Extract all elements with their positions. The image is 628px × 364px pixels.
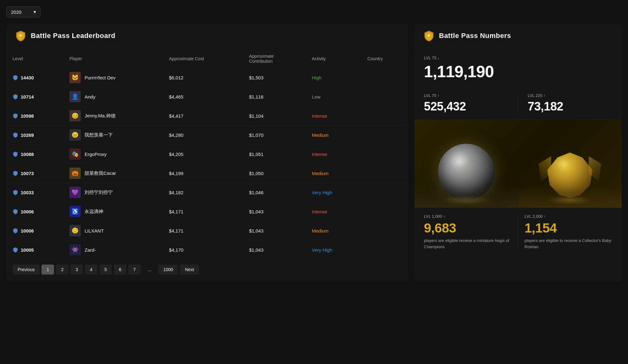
avatar: 👤	[69, 91, 81, 102]
contribution-cell: $1,051	[243, 145, 306, 164]
page-5-button[interactable]: 5	[99, 265, 112, 275]
stat-lvl75-section: LVL 75 ↓ 1,119,190	[414, 48, 622, 87]
stat-lvl225-value: 73,182	[528, 100, 613, 113]
avatar: 🎭	[69, 148, 81, 160]
player-name: Jenny.Ma.帅德	[84, 113, 115, 119]
stat-lvl75a-block: LVL 75 ↑ 525,432	[424, 93, 509, 113]
level-cell: 10073	[6, 164, 63, 183]
table-row: 10073 🎃 甜菜救我Cacar $4,199 $1,050 Medium	[6, 164, 408, 183]
level-shield-icon	[13, 151, 18, 157]
leaderboard-title: Battle Pass Leaderboard	[31, 32, 115, 40]
col-contribution: ApproximateContribution	[243, 48, 306, 68]
level-cell: 10006	[6, 221, 63, 240]
stat-lvl1000-desc: players are eligible receive a miniature…	[424, 238, 512, 250]
player-cell: ♿ 永远滴神	[63, 202, 163, 221]
activity-cell: Intense	[306, 202, 361, 221]
stat-lvl225-label: LVL 225 ↑	[528, 93, 613, 98]
player-name: ErgoProxy	[84, 152, 106, 157]
cost-cell: $4,171	[163, 202, 243, 221]
level-cell: 10714	[6, 87, 63, 106]
level-cell: 14430	[6, 68, 63, 87]
page-6-button[interactable]: 6	[114, 265, 126, 275]
next-button[interactable]: Next	[180, 265, 199, 275]
page-ellipsis: ...	[143, 265, 156, 275]
cost-cell: $4,417	[163, 106, 243, 126]
numbers-visual	[414, 120, 622, 208]
activity-cell: High	[306, 68, 361, 87]
player-name: Purrrrrfect Dev	[84, 75, 115, 80]
activity-cell: Intense	[306, 145, 361, 164]
page-1-button[interactable]: 1	[41, 265, 54, 275]
table-row: 10033 💜 刘些宁刘些宁 $4,182 $1,046 Very High	[6, 183, 408, 202]
stat-mid-section: LVL 75 ↑ 525,432 LVL 225 ↑ 73,182	[414, 87, 622, 120]
prev-button[interactable]: Previous	[13, 265, 40, 275]
page-3-button[interactable]: 3	[70, 265, 83, 275]
col-cost: Approximate Cost	[163, 48, 243, 68]
avatar: 😊	[69, 110, 81, 121]
main-layout: Battle Pass Leaderboard Level Player App…	[6, 24, 622, 282]
contribution-cell: $1,043	[243, 202, 306, 221]
activity-cell: Intense	[306, 106, 361, 126]
player-cell: 😐 我想羡慕一下	[63, 126, 163, 145]
page-7-button[interactable]: 7	[128, 265, 141, 275]
avatar: 🐱	[69, 72, 81, 83]
avatar: 😐	[69, 129, 81, 141]
level-cell: 10005	[6, 240, 63, 260]
country-cell	[361, 183, 408, 202]
stat-lvl2000-block: LVL 2,000 ↑ 1,154 players are eligible t…	[525, 214, 613, 250]
contribution-cell: $1,116	[243, 87, 306, 106]
stat-lvl75a-label: LVL 75 ↑	[424, 93, 509, 98]
activity-cell: Low	[306, 87, 361, 106]
level-shield-icon	[13, 113, 18, 119]
table-row: 10006 ♿ 永远滴神 $4,171 $1,043 Intense	[6, 202, 408, 221]
page-4-button[interactable]: 4	[85, 265, 97, 275]
numbers-bottom-section: LVL 1,000 ↑ 9,683 players are eligible r…	[414, 208, 622, 255]
player-name: Zard-	[84, 247, 96, 253]
table-row: 10005 👾 Zard- $4,170 $1,043 Very High	[6, 240, 408, 260]
col-activity: Activity	[306, 48, 361, 68]
level-shield-icon	[13, 209, 18, 214]
page-2-button[interactable]: 2	[56, 265, 68, 275]
cost-cell: $6,012	[163, 68, 243, 87]
stat-lvl2000-desc: players are eligible to receive a Collec…	[525, 238, 613, 250]
country-cell	[361, 106, 408, 126]
cost-cell: $4,199	[163, 164, 243, 183]
numbers-header: Battle Pass Numbers	[414, 24, 622, 48]
page-1000-button[interactable]: 1000	[158, 265, 178, 275]
avatar: 🙂	[69, 225, 81, 236]
table-row: 10269 😐 我想羡慕一下 $4,280 $1,070 Medium	[6, 126, 408, 145]
stat-lvl1000-value: 9,683	[424, 221, 512, 236]
stat-lvl2000-label: LVL 2,000 ↑	[525, 214, 613, 219]
table-row: 14430 🐱 Purrrrrfect Dev $6,012 $1,503 Hi…	[6, 68, 408, 87]
cost-cell: $4,170	[163, 240, 243, 260]
country-cell	[361, 164, 408, 183]
stat-lvl1000-block: LVL 1,000 ↑ 9,683 players are eligible r…	[424, 214, 512, 250]
stat-lvl75-value: 1,119,190	[424, 62, 612, 81]
country-cell	[361, 221, 408, 240]
player-cell: 🐱 Purrrrrfect Dev	[63, 68, 163, 87]
avatar: 👾	[69, 244, 81, 255]
activity-cell: Medium	[306, 126, 361, 145]
contribution-cell: $1,046	[243, 183, 306, 202]
player-name: 永远滴神	[84, 209, 103, 215]
contribution-cell: $1,050	[243, 164, 306, 183]
contribution-cell: $1,043	[243, 221, 306, 240]
cost-cell: $4,171	[163, 221, 243, 240]
cost-cell: $4,280	[163, 126, 243, 145]
shield-icon	[15, 30, 26, 41]
cost-cell: $4,182	[163, 183, 243, 202]
player-cell: 🙂 LILXANT	[63, 221, 163, 240]
level-cell: 10033	[6, 183, 63, 202]
activity-cell: Medium	[306, 164, 361, 183]
avatar: ♿	[69, 206, 81, 217]
level-shield-icon	[13, 247, 18, 253]
stat-lvl225-block: LVL 225 ↑ 73,182	[528, 93, 613, 113]
activity-cell: Very High	[306, 183, 361, 202]
level-shield-icon	[13, 132, 18, 138]
year-selector[interactable]: 2020 ▾	[6, 6, 41, 18]
level-shield-icon	[13, 94, 18, 99]
player-cell: 👤 Andy	[63, 87, 163, 106]
level-shield-icon	[13, 190, 18, 195]
col-player: Player	[63, 48, 163, 68]
player-name: LILXANT	[84, 228, 104, 233]
